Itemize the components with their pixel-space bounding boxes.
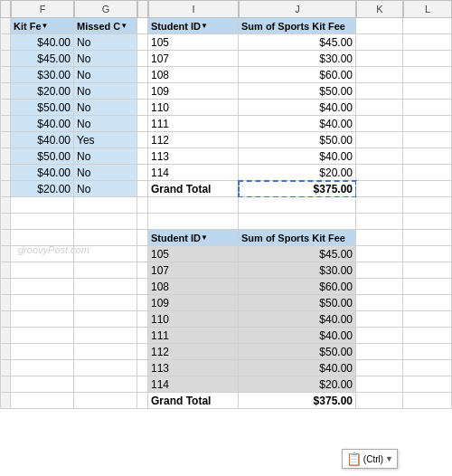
- sep-8: [137, 148, 148, 165]
- cell-h-sep: [137, 18, 148, 34]
- data-row-8: $50.00 No 113 $40.00: [0, 148, 452, 165]
- row-header: Kit Fe Missed C Student ID Sum of Sports…: [0, 18, 452, 34]
- p1-val-2: $30.00: [239, 51, 356, 67]
- p2-val-4: $50.00: [239, 295, 356, 311]
- sep-9: [137, 165, 148, 181]
- p2-rn-2: [0, 262, 11, 279]
- p2-k-9: [356, 376, 403, 393]
- sep-3: [137, 67, 148, 83]
- p2-rn-3: [0, 279, 11, 295]
- p2-sid-2: 107: [148, 262, 239, 279]
- row-num-8: [0, 148, 11, 165]
- sep-2: [137, 51, 148, 67]
- p1-val-9: $20.00: [239, 165, 356, 181]
- pivot1-student-id-header[interactable]: Student ID: [148, 18, 239, 34]
- sep-4: [137, 83, 148, 100]
- missed-2: No: [74, 51, 137, 67]
- paste-ctrl-button[interactable]: 📋 (Ctrl) ▼: [342, 449, 398, 469]
- p2-k-gt: [356, 393, 403, 409]
- kit-fee-6: $40.00: [11, 116, 74, 132]
- e1-h: [137, 197, 148, 214]
- column-headers: F G I J K L: [0, 0, 452, 18]
- p2-row-9: 114 $20.00: [0, 376, 452, 393]
- k-1: [356, 34, 403, 51]
- p2-l-6: [403, 328, 452, 344]
- k-3: [356, 67, 403, 83]
- empty-row-2: [0, 214, 452, 230]
- col-header-k: K: [356, 0, 403, 18]
- pivot1-sum-header: Sum of Sports Kit Fee: [239, 18, 356, 34]
- col-header-g: F: [11, 0, 74, 18]
- p2-sid-9: 114: [148, 376, 239, 393]
- l-4: [403, 83, 452, 100]
- missed-9: No: [74, 165, 137, 181]
- p1-sid-4: 109: [148, 83, 239, 100]
- e2-i: [148, 214, 239, 230]
- p2-row-8: 113 $40.00: [0, 360, 452, 376]
- row-num-5: [0, 100, 11, 116]
- p2-sid-5: 110: [148, 311, 239, 328]
- row-num-1: [0, 34, 11, 51]
- p2-eg-5: [74, 311, 137, 328]
- k-4: [356, 83, 403, 100]
- p2-val-9: $20.00: [239, 376, 356, 393]
- p2-ef-9: [11, 376, 74, 393]
- p2-l-2: [403, 262, 452, 279]
- e1-g: [74, 197, 137, 214]
- p2-rn-6: [0, 328, 11, 344]
- data-row-5: $50.00 No 110 $40.00: [0, 100, 452, 116]
- col-header-j: J: [239, 0, 356, 18]
- sep-7: [137, 132, 148, 148]
- dropdown-arrow-icon: ▼: [385, 454, 393, 463]
- p1-sid-3: 108: [148, 67, 239, 83]
- e2-f: [11, 214, 74, 230]
- p2-eh-9: [137, 376, 148, 393]
- clipboard-icon: 📋: [346, 452, 362, 466]
- k-7: [356, 132, 403, 148]
- col-header-g2: G: [74, 0, 137, 18]
- e1-j: [239, 197, 356, 214]
- watermark: groovyPost.com: [18, 244, 89, 255]
- kit-fee-1: $40.00: [11, 34, 74, 51]
- p2-val-8: $40.00: [239, 360, 356, 376]
- p2-sid-8: 113: [148, 360, 239, 376]
- p2-eg-3: [74, 279, 137, 295]
- p1-sid-5: 110: [148, 100, 239, 116]
- cell-k-hdr: [356, 18, 403, 34]
- p2-val-1: $45.00: [239, 246, 356, 262]
- e1-i: [148, 197, 239, 214]
- p2-rn-9: [0, 376, 11, 393]
- p1-val-6: $40.00: [239, 116, 356, 132]
- p2-eg-9: [74, 376, 137, 393]
- p2-grand-val: $375.00: [239, 393, 356, 409]
- l-3: [403, 67, 452, 83]
- l-7: [403, 132, 452, 148]
- sep-10: [137, 181, 148, 197]
- p2-student-id-header[interactable]: Student ID: [148, 230, 239, 246]
- l-8: [403, 148, 452, 165]
- sep-1: [137, 34, 148, 51]
- data-row-4: $20.00 No 109 $50.00: [0, 83, 452, 100]
- cell-kit-fee-header[interactable]: Kit Fe: [11, 18, 74, 34]
- k-10: [356, 181, 403, 197]
- p2-row-2: 107 $30.00: [0, 262, 452, 279]
- p2-l-7: [403, 344, 452, 360]
- e2-l: [403, 214, 452, 230]
- p2-eg-8: [74, 360, 137, 376]
- p2-val-6: $40.00: [239, 328, 356, 344]
- p2-ef-2: [11, 262, 74, 279]
- p2-row-7: 112 $50.00: [0, 344, 452, 360]
- p2-grand-label: Grand Total: [148, 393, 239, 409]
- k-9: [356, 165, 403, 181]
- p2-eh-2: [137, 262, 148, 279]
- p1-val-1: $45.00: [239, 34, 356, 51]
- p1-sid-7: 112: [148, 132, 239, 148]
- p2-k-4: [356, 295, 403, 311]
- p2-rn-7: [0, 344, 11, 360]
- p1-val-3: $60.00: [239, 67, 356, 83]
- row-num-3: [0, 67, 11, 83]
- p2-ef-5: [11, 311, 74, 328]
- p2-rn-1: [0, 246, 11, 262]
- p2-eh-4: [137, 295, 148, 311]
- cell-missed-c-header[interactable]: Missed C: [74, 18, 137, 34]
